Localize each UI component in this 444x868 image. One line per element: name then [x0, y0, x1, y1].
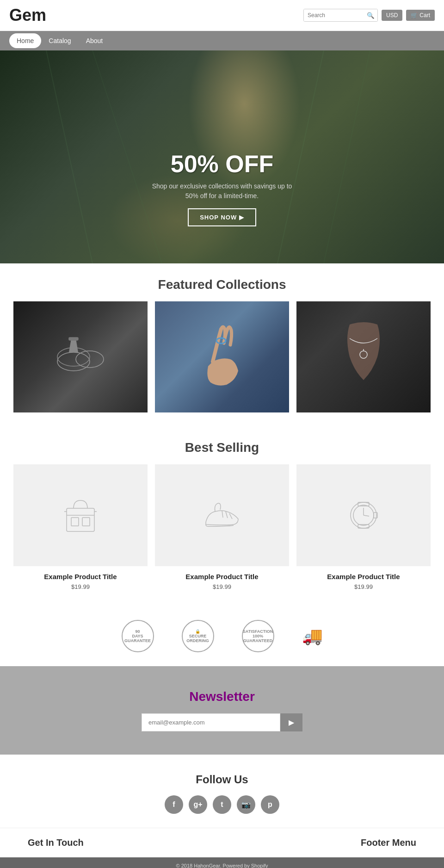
products-grid: Example Product Title $19.99 Example Pro…: [9, 464, 435, 597]
header-right: 🔍 USD 🛒 Cart: [303, 9, 435, 22]
satisfaction-badge: SATISFACTION100%GUARANTEED: [242, 620, 274, 652]
guarantee-text: 90DAYSGUARANTEE: [124, 629, 151, 643]
follow-section: Follow Us f g+ t 📷 p: [0, 755, 444, 828]
footer-copyright: © 2018 HahonGear. Powered by Shopify: [176, 863, 268, 868]
pinterest-icon[interactable]: p: [261, 795, 279, 814]
collection-card-3[interactable]: [296, 301, 431, 412]
product-card-3[interactable]: Example Product Title $19.99: [296, 464, 431, 597]
product-image-bag: [13, 464, 148, 566]
svg-rect-14: [71, 518, 79, 526]
svg-line-18: [222, 511, 223, 518]
rings-illustration: [48, 329, 113, 385]
product-image-shoe: [155, 464, 289, 566]
footer-menu-title: Footer Menu: [361, 837, 416, 848]
footer-bottom: © 2018 HahonGear. Powered by Shopify: [0, 857, 444, 868]
newsletter-form: ▶: [9, 713, 435, 731]
svg-line-19: [226, 512, 228, 518]
product-card-2[interactable]: Example Product Title $19.99: [155, 464, 289, 597]
svg-line-0: [46, 50, 92, 263]
arrow-icon: ▶: [239, 214, 244, 221]
product-price-3: $19.99: [301, 583, 426, 590]
footer-contact-title: Get In Touch: [28, 837, 84, 848]
badge-secure: 🔒 SECUREORDERING: [182, 620, 214, 652]
product-price-1: $19.99: [18, 583, 143, 590]
social-icons: f g+ t 📷 p: [9, 795, 435, 814]
newsletter-email-input[interactable]: [142, 713, 280, 731]
instagram-icon[interactable]: 📷: [237, 795, 255, 814]
newsletter-submit-button[interactable]: ▶: [280, 713, 302, 731]
nav-item-about[interactable]: About: [79, 33, 111, 48]
svg-rect-8: [69, 337, 78, 340]
featured-collections-section: Featured Collections: [0, 263, 444, 426]
product-price-2: $19.99: [160, 583, 284, 590]
svg-rect-27: [374, 512, 377, 518]
shoe-icon: [199, 492, 245, 538]
truck-icon: 🚚: [302, 626, 323, 646]
watch-icon: [340, 492, 387, 538]
search-input[interactable]: [304, 9, 364, 21]
svg-line-24: [364, 515, 369, 516]
footer-columns: Get In Touch Footer Menu: [0, 828, 444, 857]
svg-rect-15: [82, 518, 90, 526]
footer-menu-column: Footer Menu: [361, 837, 416, 853]
guarantee-badge: 90DAYSGUARANTEE: [122, 620, 154, 652]
collection-card-1[interactable]: [13, 301, 148, 412]
necklace-illustration: [331, 311, 396, 403]
product-card-1[interactable]: Example Product Title $19.99: [13, 464, 148, 597]
product-info-1: Example Product Title $19.99: [13, 566, 148, 597]
collections-grid: [9, 301, 435, 412]
cart-icon: 🛒: [411, 12, 418, 19]
collection-image-2: [155, 301, 289, 412]
product-image-watch: [296, 464, 431, 566]
svg-line-20: [229, 513, 232, 519]
bag-icon: [57, 492, 104, 538]
nav-item-home[interactable]: Home: [9, 33, 41, 48]
secure-text: SECUREORDERING: [186, 634, 209, 643]
badge-returns: 🚚: [302, 626, 323, 646]
collection-card-2[interactable]: [155, 301, 289, 412]
collection-image-3: [296, 301, 431, 412]
lock-icon: 🔒: [195, 629, 200, 634]
hero-content: 50% OFF Shop our exclusive collections w…: [106, 150, 338, 226]
satisfaction-text: SATISFACTION100%GUARANTEED: [243, 629, 273, 643]
hero-banner: 50% OFF Shop our exclusive collections w…: [0, 50, 444, 263]
footer-contact-column: Get In Touch: [28, 837, 84, 853]
header: Gem 🔍 USD 🛒 Cart: [0, 0, 444, 31]
svg-point-6: [76, 351, 104, 368]
hand-ring-illustration: [190, 315, 254, 399]
badge-guarantee: 90DAYSGUARANTEE: [122, 620, 154, 652]
secure-badge: 🔒 SECUREORDERING: [182, 620, 214, 652]
featured-title: Featured Collections: [9, 263, 435, 301]
navigation: Home Catalog About: [0, 31, 444, 50]
badge-satisfaction: SATISFACTION100%GUARANTEED: [242, 620, 274, 652]
bestselling-section: Best Selling Example Product Title $19.9…: [0, 426, 444, 611]
product-title-1: Example Product Title: [18, 573, 143, 581]
product-info-2: Example Product Title $19.99: [155, 566, 289, 597]
search-box: 🔍: [303, 9, 378, 22]
hero-description: Shop our exclusive collections with savi…: [106, 181, 338, 201]
newsletter-section: Newsletter ▶: [0, 666, 444, 755]
newsletter-title: Newsletter: [9, 689, 435, 704]
cart-button[interactable]: 🛒 Cart: [406, 10, 435, 21]
cart-label: Cart: [419, 12, 430, 19]
bestselling-title: Best Selling: [9, 426, 435, 464]
trust-badges: 90DAYSGUARANTEE 🔒 SECUREORDERING SATISFA…: [0, 611, 444, 666]
shop-now-button[interactable]: SHOP NOW ▶: [188, 208, 256, 226]
site-logo[interactable]: Gem: [9, 6, 46, 25]
facebook-icon[interactable]: f: [165, 795, 183, 814]
follow-title: Follow Us: [9, 773, 435, 786]
search-button[interactable]: 🔍: [364, 9, 377, 21]
product-info-3: Example Product Title $19.99: [296, 566, 431, 597]
product-title-2: Example Product Title: [160, 573, 284, 581]
nav-item-catalog[interactable]: Catalog: [41, 33, 78, 48]
shop-now-label: SHOP NOW: [200, 214, 237, 221]
twitter-icon[interactable]: t: [213, 795, 231, 814]
currency-button[interactable]: USD: [382, 10, 402, 21]
google-plus-icon[interactable]: g+: [189, 795, 207, 814]
svg-point-4: [57, 352, 90, 371]
product-title-3: Example Product Title: [301, 573, 426, 581]
collection-image-1: [13, 301, 148, 412]
hero-discount-text: 50% OFF: [106, 150, 338, 178]
svg-rect-12: [67, 508, 94, 531]
